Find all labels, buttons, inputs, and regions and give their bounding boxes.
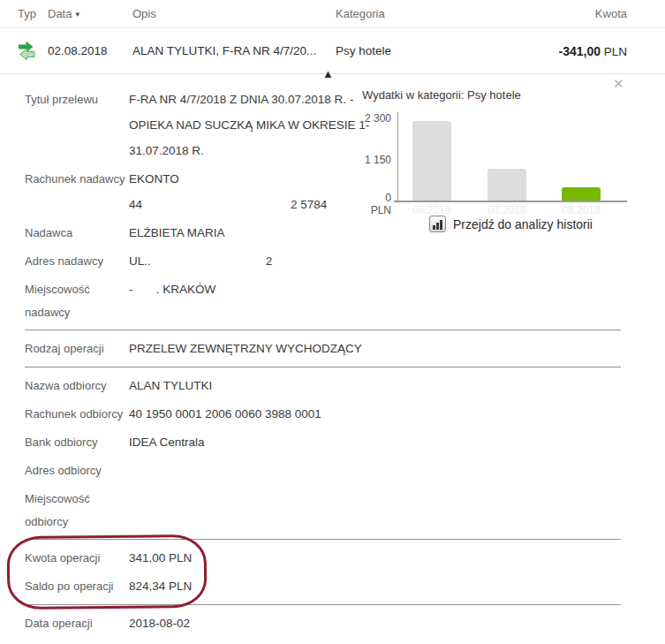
amount-currency: PLN	[604, 45, 627, 58]
expanded-row-caret-icon: ▲	[322, 68, 334, 80]
field-value: ALAN TYLUTKI	[129, 373, 378, 398]
y-axis-tick: 1 150	[362, 154, 391, 166]
field-value: 2018-08-02	[129, 639, 378, 644]
field-miejscowosc-nadawcy: Miejscowość nadawcy - . KRAKÓW	[0, 277, 389, 324]
category-spending-chart: Wydatki w kategorii: Psy hotele 2 300 1 …	[362, 74, 631, 317]
section-divider	[25, 367, 621, 367]
field-value: 341,00 PLN	[129, 545, 378, 571]
column-header-typ: Typ	[18, 7, 48, 20]
column-header-kategoria: Kategoria	[336, 7, 559, 20]
sender-account-number-end: 2 5784	[291, 192, 327, 217]
chart-title: Wydatki w kategorii: Psy hotele	[362, 88, 521, 102]
field-adres-odbiorcy: Adres odbiorcy	[0, 458, 389, 483]
column-header-kwota: Kwota	[559, 7, 665, 20]
x-axis-label: 08.2018	[558, 204, 604, 216]
circled-amount-section: Kwota operacji 341,00 PLN Saldo po opera…	[0, 539, 389, 605]
field-value	[129, 458, 378, 483]
section-divider	[25, 604, 621, 605]
chart-bar-08-2018	[562, 187, 601, 201]
field-adres-nadawcy: Adres nadawcy UL..2	[0, 248, 389, 274]
field-value: 2018-08-02	[129, 610, 378, 636]
field-label: Rachunek nadawcy	[25, 166, 129, 217]
field-label: Kwota operacji	[25, 545, 129, 571]
field-kwota-operacji: Kwota operacji 341,00 PLN	[0, 545, 389, 571]
sender-account-number-start: 44	[129, 198, 142, 211]
field-value: F-RA NR 4/7/2018 Z DNIA 30.07.2018 R. - …	[129, 87, 378, 163]
sender-account-name: EKONTO	[129, 172, 179, 186]
field-saldo-po-operacji: Saldo po operacji 824,34 PLN	[0, 573, 389, 599]
field-label: Miejscowość odbiorcy	[25, 486, 129, 534]
field-label: Bank odbiorcy	[25, 429, 129, 455]
field-data-ksiegowania: Data księgowania 2018-08-02	[0, 639, 389, 644]
field-label: Tytuł przelewu	[25, 87, 129, 163]
field-label: Rachunek odbiorcy	[25, 401, 129, 427]
x-axis-label: 07.2018	[484, 204, 530, 216]
field-label: Miejscowość nadawcy	[25, 277, 129, 324]
detail-fields: Tytuł przelewu F-RA NR 4/7/2018 Z DNIA 3…	[0, 87, 389, 644]
x-axis-line	[394, 201, 627, 202]
field-value: ELŻBIETA MARIA	[129, 220, 378, 246]
column-header-opis: Opis	[132, 7, 336, 20]
field-value: IDEA Centrala	[129, 429, 378, 455]
amount-value: -341,00	[558, 44, 600, 58]
field-label: Adres nadawcy	[25, 248, 129, 274]
sender-street-number: 2	[266, 248, 273, 274]
sort-caret-icon: ▾	[75, 10, 79, 19]
y-axis-tick: 2 300	[362, 112, 391, 125]
history-analysis-link[interactable]: Przejdź do analizy historii	[429, 216, 593, 232]
field-value: EKONTO 442 5784	[129, 166, 378, 217]
chart-bar-07-2018	[487, 169, 526, 201]
y-axis-tick: 0 PLN	[362, 192, 391, 216]
field-rachunek-odbiorcy: Rachunek odbiorcy 40 1950 0001 2006 0060…	[0, 401, 389, 427]
field-nadawca: Nadawca ELŻBIETA MARIA	[0, 220, 389, 246]
x-axis-label: 06.2018	[409, 204, 455, 216]
column-header-data-sort[interactable]: Data▾	[48, 7, 132, 20]
field-miejscowosc-odbiorcy: Miejscowość odbiorcy	[0, 486, 389, 534]
chart-bar-06-2018	[412, 121, 451, 201]
field-data-operacji: Data operacji 2018-08-02	[0, 610, 389, 636]
field-value: 40 1950 0001 2006 0060 3988 0001	[129, 401, 378, 427]
history-analysis-label: Przejdź do analizy historii	[453, 217, 593, 231]
field-label: Data księgowania	[25, 639, 129, 644]
field-value: UL..2	[129, 248, 378, 274]
field-label: Nadawca	[25, 220, 129, 246]
field-bank-odbiorcy: Bank odbiorcy IDEA Centrala	[0, 429, 389, 455]
section-divider	[25, 330, 621, 330]
transfer-type-icon	[18, 40, 35, 63]
transaction-amount: -341,00 PLN	[491, 44, 665, 58]
detail-panel: ✕ Tytuł przelewu F-RA NR 4/7/2018 Z DNIA…	[0, 74, 665, 644]
transaction-table-header: Typ Data▾ Opis Kategoria Kwota	[0, 0, 665, 28]
field-nazwa-odbiorcy: Nazwa odbiorcy ALAN TYLUTKI	[0, 373, 389, 398]
column-header-data-label: Data	[48, 7, 72, 20]
y-axis-line	[397, 112, 398, 201]
section-divider	[25, 539, 621, 540]
field-value: PRZELEW ZEWNĘTRZNY WYCHODZĄCY	[129, 336, 378, 361]
field-value	[129, 486, 378, 534]
field-rachunek-nadawcy: Rachunek nadawcy EKONTO 442 5784	[0, 166, 389, 217]
field-label: Saldo po operacji	[25, 573, 129, 599]
transaction-details-view: Typ Data▾ Opis Kategoria Kwota 02.08.201…	[0, 0, 665, 644]
field-label: Rodzaj operacji	[25, 336, 129, 361]
field-value: - . KRAKÓW	[129, 277, 378, 324]
field-label: Data operacji	[25, 610, 129, 636]
transaction-description: ALAN TYLUTKI, F-RA NR 4/7/20...	[132, 44, 336, 57]
sender-street: UL..	[129, 254, 151, 268]
field-tytul-przelewu: Tytuł przelewu F-RA NR 4/7/2018 Z DNIA 3…	[0, 87, 389, 163]
field-rodzaj-operacji: Rodzaj operacji PRZELEW ZEWNĘTRZNY WYCHO…	[0, 336, 389, 361]
field-value: 824,34 PLN	[129, 573, 378, 599]
field-label: Nazwa odbiorcy	[25, 373, 129, 398]
field-label: Adres odbiorcy	[25, 458, 129, 483]
transaction-category: Psy hotele	[336, 44, 491, 57]
bar-chart-icon	[429, 216, 446, 232]
transaction-date: 02.08.2018	[48, 44, 132, 57]
